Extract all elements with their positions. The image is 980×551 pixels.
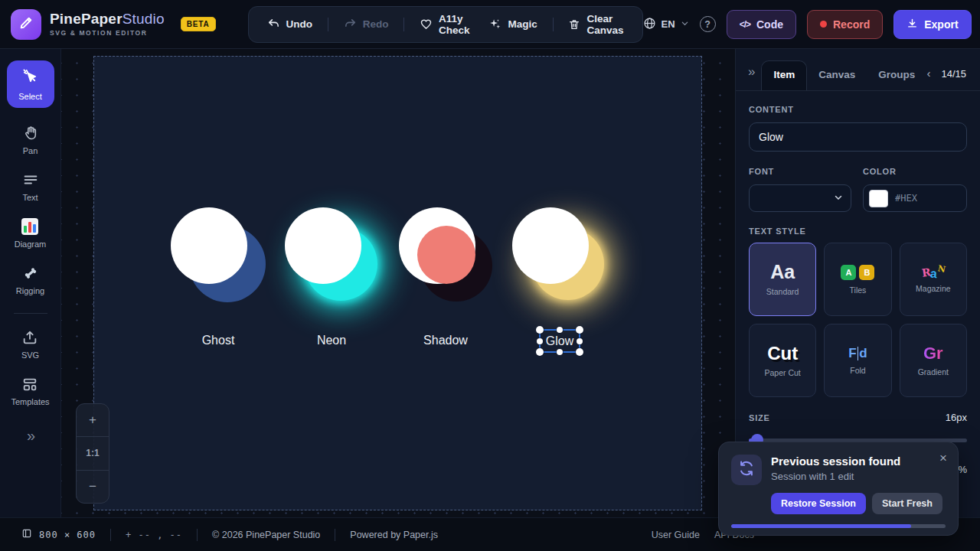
start-fresh-button[interactable]: Start Fresh (872, 493, 942, 514)
panel-collapse-button[interactable]: » (748, 64, 753, 80)
selection-box[interactable]: Glow (539, 329, 580, 353)
tab-groups[interactable]: Groups (867, 61, 926, 90)
redo-icon (344, 18, 357, 31)
canvas-workspace[interactable]: Ghost Neon Shadow Glow + 1:1 − (61, 49, 735, 517)
standard-preview: Aa (770, 262, 795, 282)
toast-progress-track (731, 524, 946, 528)
code-button[interactable]: </> Code (727, 10, 796, 39)
selection-handle[interactable] (536, 348, 544, 356)
a11y-check-button[interactable]: A11y Check (412, 7, 478, 42)
zoom-in-button[interactable]: + (77, 404, 109, 436)
style-card-gradient[interactable]: Gr Gradient (900, 324, 967, 397)
fold-preview: F d (848, 347, 867, 360)
item-counter: 14/15 (941, 68, 966, 80)
tool-select[interactable]: Select (7, 60, 54, 108)
style-card-fold[interactable]: F d Fold (824, 324, 891, 397)
selection-handle[interactable] (557, 349, 563, 355)
zoom-reset-button[interactable]: 1:1 (77, 436, 109, 469)
trash-icon (568, 18, 580, 31)
tool-text[interactable]: Text (22, 171, 39, 202)
artboard[interactable]: Ghost Neon Shadow Glow (93, 56, 702, 510)
selection-handle[interactable] (576, 348, 583, 356)
record-button[interactable]: Record (807, 10, 883, 39)
globe-icon (643, 17, 656, 32)
canvas-dimensions: 800 × 600 (39, 530, 96, 540)
copyright-text: © 2026 PinePaper Studio (212, 530, 320, 540)
export-button[interactable]: Export (893, 10, 971, 39)
tool-svg-import[interactable]: SVG (21, 329, 39, 360)
sidebar-divider (14, 313, 47, 314)
powered-by-text: Powered by Paper.js (350, 530, 438, 540)
tab-item[interactable]: Item (761, 60, 807, 90)
toolbar-divider (328, 18, 328, 31)
object-label-ghost[interactable]: Ghost (202, 334, 235, 347)
clear-canvas-button[interactable]: Clear Canvas (560, 7, 631, 42)
text-style-grid: Aa Standard A B Tiles R a N Ma (749, 243, 967, 397)
color-swatch[interactable] (869, 190, 888, 207)
code-icon: </> (740, 19, 750, 30)
zoom-out-button[interactable]: − (77, 470, 109, 503)
toolbar-divider (553, 18, 554, 31)
tool-sidebar: Select Pan Text Diagram (0, 49, 61, 517)
text-lines-icon (22, 171, 39, 188)
object-label-neon[interactable]: Neon (317, 334, 346, 347)
redo-button[interactable]: Redo (336, 11, 397, 37)
language-selector[interactable]: EN (643, 17, 689, 32)
close-icon[interactable]: × (939, 451, 947, 466)
session-toast: Previous session found Session with 1 ed… (718, 442, 959, 536)
neon-white-circle[interactable] (285, 207, 361, 284)
font-label: FONT (749, 167, 774, 176)
tool-pan[interactable]: Pan (22, 125, 39, 155)
hex-input[interactable] (895, 193, 956, 204)
color-label: COLOR (863, 167, 897, 176)
restore-session-button[interactable]: Restore Session (771, 493, 866, 514)
gradient-preview: Gr (923, 345, 943, 362)
beta-badge: BETA (181, 17, 216, 31)
header: PinePaperStudio SVG & MOTION EDITOR BETA… (0, 0, 980, 49)
statusbar-divider (197, 529, 198, 541)
tiles-preview: A B (841, 265, 874, 280)
undo-button[interactable]: Undo (260, 11, 321, 37)
color-field[interactable] (863, 184, 967, 212)
magic-button[interactable]: Magic (481, 11, 544, 37)
text-style-label: TEXT STYLE (749, 227, 967, 236)
ghost-white-circle[interactable] (171, 207, 247, 284)
pencil-icon (18, 15, 34, 34)
cursor-icon (21, 67, 39, 88)
selection-handle[interactable] (537, 338, 543, 344)
selection-handle[interactable] (576, 326, 583, 334)
help-button[interactable]: ? (700, 16, 716, 32)
selection-handle[interactable] (557, 327, 563, 333)
chevron-down-icon (681, 18, 689, 30)
tool-templates[interactable]: Templates (11, 376, 49, 406)
style-card-paper-cut[interactable]: Cut Paper Cut (749, 324, 816, 397)
hand-icon (22, 125, 39, 142)
content-input[interactable] (749, 122, 967, 152)
object-label-glow[interactable]: Glow (546, 334, 573, 348)
fold-caret (858, 347, 859, 360)
edit-toolbar: Undo Redo A11y Check (248, 6, 643, 43)
layout-icon (21, 376, 38, 393)
selection-handle[interactable] (577, 338, 583, 344)
bar-chart-icon (21, 218, 38, 235)
tool-diagram[interactable]: Diagram (15, 218, 47, 249)
download-icon (906, 18, 918, 31)
size-value: 16px (946, 412, 967, 423)
tool-rigging[interactable]: Rigging (16, 265, 44, 295)
paper-cut-preview: Cut (767, 344, 798, 363)
shadow-overlap-circle[interactable] (417, 226, 475, 284)
app-logo (11, 9, 41, 40)
style-card-standard[interactable]: Aa Standard (749, 243, 816, 316)
style-card-tiles[interactable]: A B Tiles (824, 243, 891, 316)
prev-item-button[interactable]: ‹ (926, 67, 930, 80)
style-card-magazine[interactable]: R a N Magazine (900, 243, 967, 316)
object-label-shadow[interactable]: Shadow (423, 334, 468, 347)
sidebar-expand-button[interactable]: » (27, 427, 34, 445)
tab-canvas[interactable]: Canvas (807, 61, 867, 90)
sparkles-icon (488, 18, 501, 31)
font-select[interactable] (749, 184, 851, 212)
zoom-controls: + 1:1 − (76, 403, 109, 504)
glow-white-circle[interactable] (512, 207, 589, 284)
selection-handle[interactable] (536, 326, 544, 334)
user-guide-link[interactable]: User Guide (652, 530, 700, 540)
